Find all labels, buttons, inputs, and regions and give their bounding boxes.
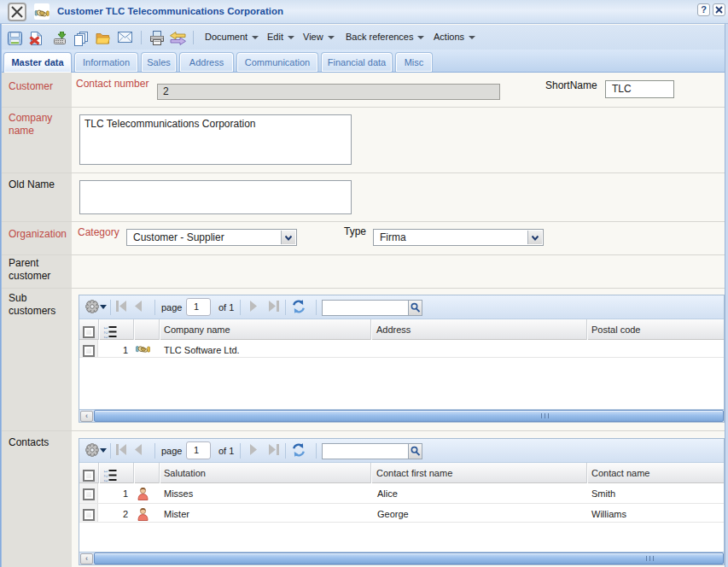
- svg-text:1: 1: [103, 471, 108, 473]
- svg-text:3: 3: [103, 336, 108, 339]
- svg-text:3: 3: [103, 480, 108, 482]
- svg-text:1: 1: [103, 327, 108, 330]
- svg-text:2: 2: [103, 475, 108, 477]
- svg-text:2: 2: [103, 331, 108, 334]
